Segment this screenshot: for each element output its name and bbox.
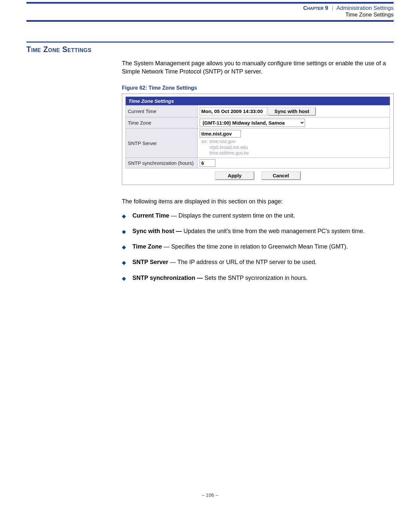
header-chapter: Chapter 9	[303, 5, 328, 11]
list-item: ◆ Time Zone — Specifies the time zone in…	[122, 243, 394, 251]
time-zone-select[interactable]: (GMT-11:00) Midway Island, Samoa	[200, 119, 305, 127]
row-time-zone: Time Zone (GMT-11:00) Midway Island, Sam…	[126, 117, 390, 129]
section-rule	[26, 42, 394, 43]
sync-with-host-button[interactable]: Sync with host	[268, 107, 316, 116]
list-item: ◆ Current Time — Displays the current sy…	[122, 212, 394, 220]
label-sntp-sync: SNTP synchronization (hours)	[126, 158, 198, 168]
row-sntp-server: SNTP Server ex:time.nist.gov ntp0.broad.…	[126, 129, 390, 158]
label-current-time: Current Time	[126, 105, 198, 117]
list-intro: The following items are displayed in thi…	[122, 198, 394, 205]
settings-table: Current Time Sync with host Time Zone	[126, 105, 390, 168]
label-sntp-server: SNTP Server	[126, 129, 198, 158]
current-time-input[interactable]	[200, 107, 267, 115]
diamond-icon: ◆	[122, 275, 126, 282]
figure-caption: Figure 62: Time Zone Settings	[122, 85, 394, 91]
row-current-time: Current Time Sync with host	[126, 105, 390, 117]
list-item: ◆ SNTP synchronization — Sets the SNTP s…	[122, 274, 394, 282]
label-time-zone: Time Zone	[126, 117, 198, 129]
diamond-icon: ◆	[122, 213, 126, 220]
diamond-icon: ◆	[122, 244, 126, 251]
sntp-examples: ex:time.nist.gov ntp0.broad.mit.edu time…	[202, 139, 388, 156]
figure-frame: Time Zone Settings Current Time Sync wit…	[122, 94, 394, 185]
header-admin-settings: Administration Settings	[336, 5, 394, 11]
header-subtitle: Time Zone Settings	[26, 12, 394, 18]
page-header: Chapter 9 | Administration Settings Time…	[26, 2, 394, 22]
cancel-button[interactable]: Cancel	[261, 171, 301, 180]
panel-title: Time Zone Settings	[126, 97, 390, 105]
list-item: ◆ SNTP Server — The IP address or URL of…	[122, 258, 394, 266]
page-footer: – 106 –	[0, 492, 420, 498]
diamond-icon: ◆	[122, 259, 126, 266]
intro-paragraph: The System Management page allows you to…	[122, 59, 394, 76]
diamond-icon: ◆	[122, 228, 126, 235]
section-heading: Time Zone Settings	[26, 45, 394, 54]
list-item: ◆ Sync with host — Updates the unit's ti…	[122, 227, 394, 235]
header-separator: |	[332, 5, 333, 11]
apply-button[interactable]: Apply	[215, 171, 254, 180]
row-sntp-sync: SNTP synchronization (hours)	[126, 158, 390, 168]
sntp-sync-input[interactable]	[200, 159, 215, 167]
bullet-list: ◆ Current Time — Displays the current sy…	[122, 212, 394, 282]
sntp-server-input[interactable]	[200, 130, 241, 137]
